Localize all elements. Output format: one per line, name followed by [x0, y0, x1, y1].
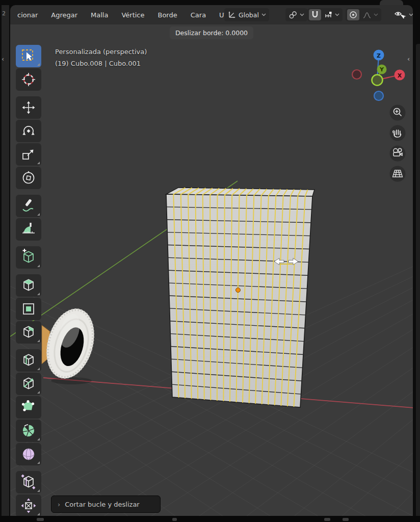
dropdown-chevron-icon: [261, 13, 266, 16]
operator-redo-panel[interactable]: › Cortar bucle y deslizar: [51, 495, 161, 513]
subtool-corner-icon: [37, 438, 40, 440]
shrink-fatten-icon: [17, 494, 40, 516]
pan-button[interactable]: [390, 125, 406, 141]
panel-expand-chevron-icon: ›: [58, 501, 60, 508]
snap-target-dropdown[interactable]: [323, 11, 341, 19]
tool-knife-button[interactable]: [16, 373, 41, 395]
extrude-region-icon: [17, 274, 40, 297]
menu-cionar[interactable]: cionar: [17, 11, 38, 19]
select-visibility-icon: [394, 10, 406, 20]
knife-icon: [17, 373, 40, 395]
subtool-corner-icon: [37, 489, 40, 492]
tool-spin-button[interactable]: [16, 420, 41, 442]
view-name-label: Personalizada (perspectiva): [55, 48, 147, 56]
camera-view-button[interactable]: [390, 146, 406, 162]
rotate-icon: [17, 120, 40, 142]
tool-shrink-fatten-button[interactable]: [16, 494, 41, 516]
left-collapse-chevron-icon[interactable]: ‹: [2, 55, 4, 63]
toggle-perspective-button[interactable]: [390, 166, 406, 182]
subtool-corner-icon: [37, 513, 40, 515]
select-box-icon: [17, 45, 40, 67]
menu-vertice[interactable]: Vértice: [121, 11, 144, 19]
transform-orientation-dropdown[interactable]: Global: [224, 8, 269, 21]
cut-glyph: [37, 518, 44, 521]
tool-cursor-button[interactable]: [16, 68, 41, 91]
proportional-editing-toggle[interactable]: [347, 9, 359, 20]
spin-icon: [17, 420, 40, 442]
tool-bevel-button[interactable]: [16, 321, 41, 344]
subtool-corner-icon: [37, 162, 40, 164]
edit-cube: [166, 188, 314, 407]
proportional-editing-icon: [349, 11, 357, 19]
menu-borde[interactable]: Borde: [158, 11, 177, 19]
tool-smooth-button[interactable]: [16, 443, 41, 465]
window-right-edge: [413, 0, 420, 522]
subtool-corner-icon: [37, 293, 40, 295]
active-object-label: (19) Cubo.008 | Cubo.001: [55, 60, 141, 67]
pivot-point-dropdown[interactable]: [285, 8, 307, 21]
menu-cara[interactable]: Cara: [191, 11, 206, 19]
tool-edge-slide-button[interactable]: [16, 471, 41, 493]
sidebar-toggle-chevron-icon[interactable]: ‹: [407, 55, 410, 63]
transform-icon: [17, 167, 40, 189]
tool-inset-faces-button[interactable]: [16, 298, 41, 320]
subtool-corner-icon: [37, 213, 40, 216]
annotate-icon: [17, 195, 40, 217]
adjacent-editor-strip: [2, 5, 9, 516]
snap-magnet-icon: [311, 11, 319, 19]
gizmo-minus-y-ball[interactable]: [372, 75, 383, 86]
dropdown-chevron-icon: [335, 13, 339, 16]
zoom-button[interactable]: [390, 105, 406, 121]
right-editor-sliver: [416, 44, 420, 516]
tool-select-box-button[interactable]: [16, 45, 41, 67]
poly-build-icon: [17, 396, 40, 419]
tool-shelf: [15, 44, 42, 516]
edge-slide-icon: [17, 471, 40, 493]
tool-rotate-button[interactable]: [16, 120, 41, 142]
transform-orientation-icon: [227, 11, 236, 19]
menu-malla[interactable]: Malla: [91, 11, 108, 19]
dropdown-chevron-icon: [374, 13, 378, 16]
menu-agregar[interactable]: Agregar: [51, 11, 77, 19]
cursor-icon: [17, 68, 40, 91]
tool-transform-button[interactable]: [16, 167, 41, 189]
operator-status-text: Deslizar borde: 0.0000: [170, 27, 253, 39]
dropdown-chevron-icon: [409, 13, 413, 16]
blender-window: { "topbar": { "workspace_tab": "partial-…: [0, 0, 420, 522]
dropdown-chevron-icon: [300, 13, 304, 16]
loop-cut-icon: [17, 349, 40, 372]
snap-controls: [307, 8, 343, 21]
cut-glyph: [324, 518, 330, 521]
tool-move-button[interactable]: [16, 96, 41, 119]
snap-toggle[interactable]: [309, 9, 321, 20]
gizmo-minus-z-ball[interactable]: [374, 91, 383, 100]
tool-annotate-button[interactable]: [16, 195, 41, 217]
select-visibility-dropdown[interactable]: [391, 8, 413, 21]
proportional-falloff-dropdown[interactable]: [361, 11, 380, 19]
tool-poly-build-button[interactable]: [16, 396, 41, 419]
gizmo-minus-x-ball[interactable]: [352, 70, 361, 79]
tool-loop-cut-button[interactable]: [16, 349, 41, 372]
cut-glyph: [343, 518, 349, 521]
tool-scale-button[interactable]: [16, 143, 41, 166]
tool-add-cube-button[interactable]: [16, 246, 41, 269]
workspace-tab-partial[interactable]: [380, 0, 403, 5]
subtool-corner-icon: [37, 63, 40, 66]
smooth-icon: [17, 443, 40, 465]
move-icon: [17, 96, 40, 119]
bevel-icon: [17, 321, 40, 344]
subtool-corner-icon: [37, 368, 40, 370]
gizmo-y-label: Y: [379, 66, 384, 73]
window-bottom-edge: [0, 516, 420, 522]
subtool-corner-icon: [37, 461, 40, 464]
operator-panel-label: Cortar bucle y deslizar: [65, 501, 140, 508]
add-cube-icon: [17, 246, 40, 269]
proportional-controls: [346, 8, 381, 21]
pivot-point-icon: [288, 11, 297, 19]
tool-measure-button[interactable]: [16, 218, 41, 241]
scale-icon: [17, 143, 40, 166]
tool-extrude-region-button[interactable]: [16, 274, 41, 297]
gizmo-z-label: Z: [377, 53, 381, 59]
proportional-falloff-icon: [362, 11, 372, 19]
snap-increment-icon: [324, 11, 333, 19]
